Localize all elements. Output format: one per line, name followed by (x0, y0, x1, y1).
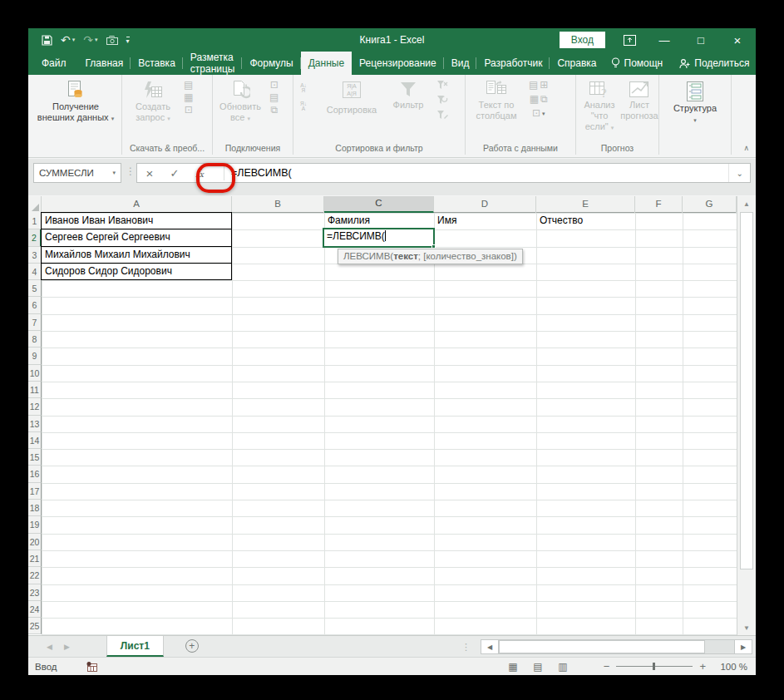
zoom-in-icon[interactable]: + (693, 660, 713, 673)
cell-A4[interactable]: Сидоров Сидор Сидорович (41, 263, 232, 280)
enter-button[interactable]: ✓ (162, 167, 187, 180)
cell-D1[interactable]: Имя (434, 213, 536, 229)
close-button[interactable]: × (719, 28, 756, 52)
zoom-slider[interactable] (616, 666, 693, 667)
column-header-E[interactable]: E (536, 196, 635, 213)
what-if-analysis-button[interactable]: ? Анализ "что если" ▾ (578, 80, 621, 133)
scroll-right-icon[interactable]: ▶ (734, 639, 752, 654)
zoom-out-icon[interactable]: − (597, 660, 617, 673)
prev-sheet-icon[interactable]: ◀ (47, 643, 52, 651)
advanced-filter-icon[interactable] (436, 110, 448, 120)
row-header-6[interactable]: 6 (28, 297, 42, 313)
row-header-12[interactable]: 12 (28, 398, 42, 415)
tell-me-help[interactable]: Помощн (604, 57, 670, 69)
horizontal-scrollbar[interactable]: ⋮ ◀ ▶ (461, 639, 752, 654)
tab-Вставка[interactable]: Вставка (131, 52, 183, 75)
row-header-15[interactable]: 15 (28, 449, 42, 466)
tab-Формулы[interactable]: Формулы (242, 52, 300, 75)
recent-sources-icon[interactable]: ⊡ (185, 105, 193, 115)
scroll-down-icon[interactable]: ▼ (737, 620, 756, 635)
row-header-4[interactable]: 4 (28, 264, 42, 280)
column-header-F[interactable]: F (635, 196, 683, 213)
cell-A2[interactable]: Сергеев Сергей Сергеевич (41, 229, 232, 246)
tab-Вид[interactable]: Вид (444, 52, 477, 75)
maximize-button[interactable]: □ (683, 28, 719, 52)
scroll-up-icon[interactable]: ▲ (737, 196, 756, 211)
row-header-10[interactable]: 10 (28, 365, 42, 382)
row-header-5[interactable]: 5 (28, 280, 42, 297)
row-header-9[interactable]: 9 (28, 348, 42, 364)
tab-Разработчик[interactable]: Разработчик (476, 52, 550, 75)
row-header-25[interactable]: 25 (28, 618, 42, 634)
normal-view-icon[interactable]: ▦ (500, 661, 525, 673)
sort-button[interactable]: Я|АА|Я Сортировка (322, 81, 382, 116)
clear-filter-icon[interactable] (436, 80, 448, 90)
page-break-view-icon[interactable]: ▥ (550, 661, 575, 673)
row-header-19[interactable]: 19 (28, 516, 42, 533)
share-button[interactable]: Поделиться (673, 57, 756, 69)
vertical-scrollbar[interactable]: ▲ ▼ (737, 196, 756, 635)
sort-za-icon[interactable]: Я↓А (300, 101, 307, 111)
row-header-3[interactable]: 3 (28, 247, 42, 264)
row-header-24[interactable]: 24 (28, 601, 42, 618)
row-header-8[interactable]: 8 (28, 331, 42, 348)
reapply-filter-icon[interactable] (436, 95, 448, 105)
row-header-2[interactable]: 2 (28, 229, 42, 246)
relationships-icon[interactable]: ⊡ (532, 108, 540, 118)
filter-button[interactable]: Фильтр (387, 81, 430, 111)
row-header-21[interactable]: 21 (28, 550, 42, 567)
get-external-data-button[interactable]: Получение внешних данных ▾ (35, 80, 116, 124)
row-header-16[interactable]: 16 (28, 466, 42, 482)
name-box-dropdown-icon[interactable]: ▾ (112, 170, 116, 176)
collapse-ribbon-icon[interactable]: ∧ (743, 144, 749, 152)
horizontal-scroll-track[interactable] (499, 639, 734, 654)
from-table-icon[interactable]: ▦ (184, 92, 193, 102)
zoom-percentage[interactable]: 100 % (713, 662, 756, 672)
column-header-C[interactable]: C (324, 196, 434, 213)
forecast-sheet-button[interactable]: Лист прогноза (621, 80, 658, 121)
formula-input[interactable]: =ЛЕВСИМВ( (228, 167, 292, 179)
flash-fill-icon[interactable]: ▤ (529, 80, 538, 90)
sign-in-button[interactable]: Вход (560, 32, 605, 48)
active-cell-C2[interactable]: =ЛЕВСИМВ( (323, 228, 435, 247)
refresh-all-button[interactable]: Обновить все ▾ (216, 80, 264, 124)
connections-icon[interactable]: ⊡ (270, 80, 279, 90)
row-header-14[interactable]: 14 (28, 432, 42, 449)
tab-Данные[interactable]: Данные (301, 52, 352, 75)
remove-duplicates-icon[interactable]: ⊞ (540, 80, 548, 90)
column-header-D[interactable]: D (434, 196, 536, 213)
cell-C1[interactable]: Фамилия (324, 213, 434, 229)
row-header-13[interactable]: 13 (28, 416, 42, 432)
row-header-18[interactable]: 18 (28, 500, 42, 516)
cell-A1[interactable]: Иванов Иван Иванович (41, 212, 232, 229)
scroll-left-icon[interactable]: ◀ (481, 639, 499, 654)
ribbon-display-options-icon[interactable] (624, 35, 636, 46)
select-all-corner[interactable] (28, 196, 42, 213)
sort-az-icon[interactable]: А↓Я (300, 83, 307, 93)
data-validation-icon[interactable]: ▦ (530, 94, 539, 104)
new-query-button[interactable]: Создать запрос ▾ (127, 80, 179, 124)
cell-A3[interactable]: Михайлов Михаил Михайлович (41, 246, 232, 264)
tabbar-splitter[interactable]: ⋮ (461, 642, 471, 653)
next-sheet-icon[interactable]: ▶ (64, 643, 70, 651)
record-macro-icon[interactable] (86, 661, 98, 673)
cell-E1[interactable]: Отчество (536, 213, 635, 229)
tab-Разметка страницы[interactable]: Разметка страницы (183, 52, 243, 75)
tab-Файл[interactable]: Файл (30, 52, 78, 75)
row-header-7[interactable]: 7 (28, 314, 42, 331)
row-header-22[interactable]: 22 (28, 567, 42, 584)
vertical-scroll-thumb[interactable] (740, 212, 753, 569)
cancel-button[interactable]: × (137, 166, 162, 180)
column-header-B[interactable]: B (232, 196, 324, 213)
zoom-slider-thumb[interactable] (653, 663, 655, 670)
column-header-G[interactable]: G (683, 196, 737, 213)
tab-Главная[interactable]: Главная (78, 52, 131, 75)
show-queries-icon[interactable]: ▤ (184, 80, 193, 90)
outline-button[interactable]: Структура ▾ (668, 80, 722, 126)
tab-Справка[interactable]: Справка (550, 52, 604, 75)
minimize-button[interactable]: — (646, 28, 683, 52)
row-header-23[interactable]: 23 (28, 584, 42, 601)
column-header-A[interactable]: A (42, 196, 232, 213)
edit-links-icon[interactable]: ⧉ (270, 105, 278, 115)
row-header-17[interactable]: 17 (28, 483, 42, 500)
